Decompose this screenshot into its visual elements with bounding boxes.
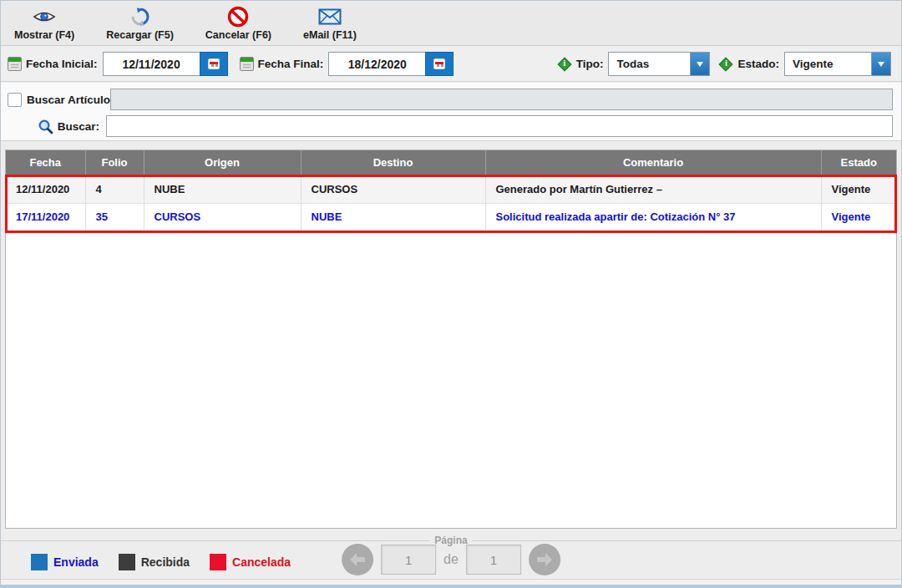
email-icon [318,6,342,28]
column-header-folio[interactable]: Folio [85,150,144,175]
buscar-articulo-input [110,89,893,110]
column-header-comentario[interactable]: Comentario [485,150,821,175]
cell-fecha: 12/11/2020 [6,175,85,203]
results-table: Fecha Folio Origen Destino Comentario Es… [5,150,897,529]
cell-comentario: Solicitud realizada apartir de: Cotizaci… [485,203,821,231]
calendar-icon [8,57,22,71]
column-header-fecha[interactable]: Fecha [6,150,85,175]
mostrar-label: Mostrar (F4) [14,29,74,41]
fecha-inicial-calendar-button[interactable] [200,52,228,76]
app-window: Mostrar (F4) Recargar (F5) [0,0,902,588]
cell-folio: 35 [85,203,144,231]
cell-comentario: Generado por Martín Gutierrez – [485,175,821,203]
legend-item-enviada: Enviada [31,554,99,570]
mostrar-button[interactable]: Mostrar (F4) [9,4,79,43]
estado-dropdown[interactable]: Vigente [784,52,891,76]
info-diamond-icon: i [718,57,733,72]
total-pages-input[interactable] [466,545,521,575]
legend-label: Cancelada [232,555,291,569]
cancelar-button[interactable]: Cancelar (F6) [200,4,276,43]
enviada-color-swatch [31,554,48,570]
current-page-input[interactable] [381,545,436,575]
cancel-icon [227,6,249,28]
cell-fecha: 17/11/2020 [6,203,85,231]
window-bottom-border [1,579,901,587]
fecha-final-input[interactable] [328,52,425,76]
email-label: eMail (F11) [303,29,357,41]
legend-item-recibida: Recibida [119,554,190,570]
estado-selected-value: Vigente [785,53,871,75]
cell-origen: NUBE [144,175,301,203]
legend: Enviada Recibida Cancelada [31,554,291,570]
calendar-icon [208,58,220,69]
tipo-selected-value: Todas [609,53,690,75]
fecha-inicial-input[interactable] [103,52,200,76]
column-header-destino[interactable]: Destino [301,150,485,175]
dropdown-arrow-button[interactable] [690,53,709,75]
footer: Página Enviada Recibida Cancelada [1,529,901,580]
previous-page-button[interactable] [342,544,373,575]
search-icon [38,119,53,134]
estado-label: Estado: [737,58,779,70]
dropdown-arrow-button[interactable] [871,53,890,75]
filter-row: Fecha Inicial: Fecha Final: i Tipo: Toda… [1,47,901,82]
legend-item-cancelada: Cancelada [210,554,291,570]
cell-destino: CURSOS [301,175,485,203]
eye-icon [32,6,57,28]
tipo-label: Tipo: [576,58,604,70]
cancelar-label: Cancelar (F6) [205,29,271,41]
toolbar: Mostrar (F4) Recargar (F5) [1,1,901,46]
arrow-left-icon [349,552,366,567]
fecha-final-label: Fecha Final: [258,58,324,70]
column-header-estado[interactable]: Estado [821,150,896,175]
refresh-icon [130,6,150,28]
fecha-inicial-label: Fecha Inicial: [26,58,98,70]
calendar-icon [240,57,254,71]
search-section: Buscar Artículo: Buscar: [1,83,901,141]
page-separator-label: de [443,552,459,567]
pagination: de [342,544,560,575]
recargar-button[interactable]: Recargar (F5) [101,4,179,43]
arrow-right-icon [536,552,553,567]
cancelada-color-swatch [210,554,226,570]
info-diamond-icon: i [557,57,572,72]
chevron-down-icon [878,62,884,67]
cell-estado: Vigente [821,203,896,231]
tipo-dropdown[interactable]: Todas [608,52,710,76]
cell-folio: 4 [85,175,144,203]
legend-label: Enviada [53,555,99,569]
buscar-articulo-label: Buscar Artículo: [27,94,104,106]
buscar-label: Buscar: [58,120,99,133]
legend-label: Recibida [141,555,190,569]
table-header: Fecha Folio Origen Destino Comentario Es… [6,150,896,175]
buscar-input[interactable] [106,115,893,137]
buscar-articulo-checkbox[interactable] [8,93,22,107]
table-row[interactable]: 12/11/2020 4 NUBE CURSOS Generado por Ma… [6,175,896,203]
cell-estado: Vigente [821,175,896,203]
cell-destino: NUBE [301,203,485,231]
calendar-icon [433,58,445,69]
recargar-label: Recargar (F5) [106,29,174,41]
fecha-final-calendar-button[interactable] [425,52,454,76]
recibida-color-swatch [119,554,135,570]
table-row[interactable]: 17/11/2020 35 CURSOS NUBE Solicitud real… [6,203,896,231]
chevron-down-icon [697,62,703,67]
email-button[interactable]: eMail (F11) [298,4,362,43]
column-header-origen[interactable]: Origen [144,150,301,175]
next-page-button[interactable] [529,544,560,575]
cell-origen: CURSOS [144,203,301,231]
